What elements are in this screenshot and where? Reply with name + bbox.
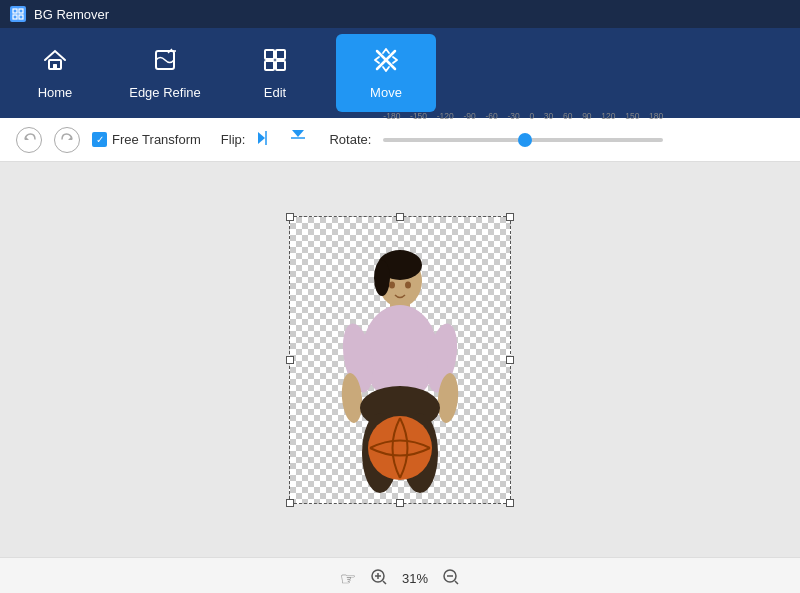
nav-edge-refine-label: Edge Refine (129, 85, 201, 100)
svg-marker-15 (258, 132, 265, 144)
nav-home-label: Home (38, 85, 73, 100)
free-transform-label: Free Transform (112, 132, 201, 147)
svg-rect-1 (19, 9, 23, 13)
svg-line-37 (383, 581, 386, 584)
svg-marker-17 (292, 130, 304, 137)
zoom-out-button[interactable] (442, 568, 460, 590)
edit-icon (262, 47, 288, 79)
title-bar: BG Remover (0, 0, 800, 28)
nav-edit[interactable]: Edit (220, 28, 330, 118)
rotate-slider-container[interactable]: -180 -150 -120 -90 -60 -30 0 30 60 90 12… (383, 123, 663, 157)
nav-move[interactable]: Move (336, 34, 436, 112)
app-title: BG Remover (34, 7, 109, 22)
undo-button[interactable] (16, 127, 42, 153)
home-icon (42, 47, 68, 79)
flip-label: Flip: (221, 132, 246, 147)
svg-rect-9 (265, 50, 274, 59)
nav-edit-label: Edit (264, 85, 286, 100)
svg-rect-10 (276, 50, 285, 59)
rotate-thumb[interactable] (518, 133, 532, 147)
flip-vertical-button[interactable] (289, 129, 307, 151)
toolbar: ✓ Free Transform Flip: Rotate: -180 -150… (0, 118, 800, 162)
handle-bottom-left[interactable] (286, 499, 294, 507)
handle-mid-left[interactable] (286, 356, 294, 364)
zoom-in-button[interactable] (370, 568, 388, 590)
handle-top-right[interactable] (506, 213, 514, 221)
status-bar: ☞ 31% (0, 557, 800, 593)
svg-rect-2 (13, 15, 17, 19)
svg-rect-11 (265, 61, 274, 70)
svg-rect-3 (19, 15, 23, 19)
svg-point-21 (374, 260, 390, 296)
nav-edge-refine[interactable]: Edge Refine (110, 28, 220, 118)
pan-icon[interactable]: ☞ (340, 568, 356, 590)
free-transform-checkbox[interactable]: ✓ Free Transform (92, 132, 201, 147)
nav-home[interactable]: Home (0, 28, 110, 118)
svg-rect-5 (53, 64, 57, 69)
canvas-area (0, 162, 800, 557)
redo-button[interactable] (54, 127, 80, 153)
handle-bottom-right[interactable] (506, 499, 514, 507)
image-container[interactable] (289, 216, 511, 504)
zoom-value: 31% (402, 571, 428, 586)
nav-move-label: Move (370, 85, 402, 100)
rotate-scale: -180 -150 -120 -90 -60 -30 0 30 60 90 12… (383, 111, 663, 121)
app-icon (10, 6, 26, 22)
svg-point-33 (405, 281, 411, 288)
edge-refine-icon (152, 47, 178, 79)
handle-mid-right[interactable] (506, 356, 514, 364)
checkbox-tick: ✓ (92, 132, 107, 147)
rotate-label: Rotate: (329, 132, 371, 147)
svg-line-40 (455, 581, 458, 584)
move-icon (373, 47, 399, 79)
svg-rect-0 (13, 9, 17, 13)
rotate-track[interactable] (383, 138, 663, 142)
svg-point-31 (368, 416, 432, 480)
handle-top-mid[interactable] (396, 213, 404, 221)
svg-point-32 (389, 281, 395, 288)
handle-top-left[interactable] (286, 213, 294, 221)
subject-image (320, 243, 480, 503)
svg-rect-12 (276, 61, 285, 70)
flip-horizontal-button[interactable] (257, 129, 275, 151)
nav-bar: Home Edge Refine Edit Move (0, 28, 800, 118)
